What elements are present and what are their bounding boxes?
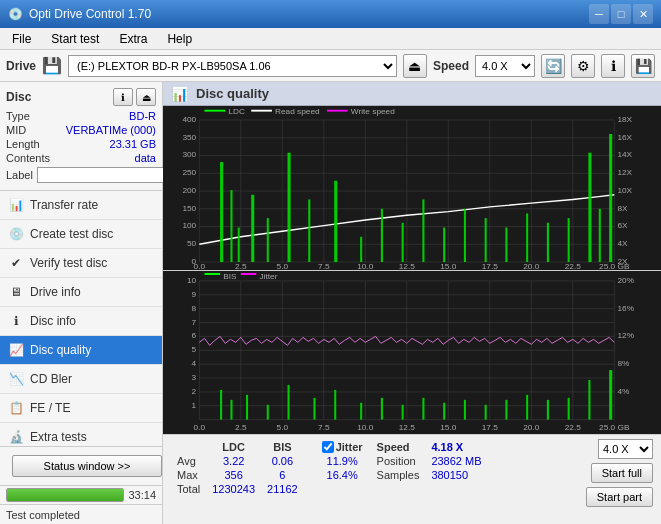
svg-text:7.5: 7.5: [318, 263, 330, 270]
sidebar-item-disc-quality[interactable]: 📈 Disc quality: [0, 336, 162, 365]
sidebar-item-cd-bler[interactable]: 📉 CD Bler: [0, 365, 162, 394]
close-button[interactable]: ✕: [633, 4, 653, 24]
svg-text:400: 400: [182, 115, 196, 124]
top-chart-container: 400 350 300 250 200 150 100 50 0 18X 16X…: [163, 106, 661, 270]
svg-text:Jitter: Jitter: [259, 272, 277, 281]
refresh-button[interactable]: 🔄: [541, 54, 565, 78]
menu-start-test[interactable]: Start test: [43, 30, 107, 48]
svg-text:22.5: 22.5: [565, 422, 582, 431]
svg-rect-126: [360, 402, 362, 419]
contents-value: data: [135, 152, 156, 164]
total-bis: 21162: [261, 482, 304, 496]
svg-text:9: 9: [192, 289, 197, 298]
nav-label-transfer-rate: Transfer rate: [30, 198, 98, 212]
total-ldc: 1230243: [206, 482, 261, 496]
svg-text:22.5: 22.5: [565, 263, 582, 270]
disc-info-btn[interactable]: ℹ: [113, 88, 133, 106]
position-value: 23862 MB: [431, 455, 481, 467]
nav-label-disc-info: Disc info: [30, 314, 76, 328]
svg-rect-135: [547, 399, 549, 419]
svg-text:250: 250: [182, 169, 196, 178]
type-label: Type: [6, 110, 30, 122]
svg-text:BIS: BIS: [223, 272, 237, 281]
sidebar-item-create-test-disc[interactable]: 💿 Create test disc: [0, 220, 162, 249]
svg-rect-122: [267, 404, 269, 419]
maximize-button[interactable]: □: [611, 4, 631, 24]
svg-rect-129: [422, 397, 424, 419]
svg-text:3: 3: [192, 373, 197, 382]
app-icon: 💿: [8, 7, 23, 21]
speed-select2[interactable]: 4.0 X: [598, 439, 653, 459]
avg-jitter: 11.9%: [316, 454, 369, 468]
disc-eject-btn[interactable]: ⏏: [136, 88, 156, 106]
svg-rect-128: [402, 404, 404, 419]
chart-area: 📊 Disc quality: [163, 82, 661, 524]
svg-rect-67: [485, 218, 487, 262]
status-text: Test completed: [6, 509, 80, 521]
sidebar: Disc ℹ ⏏ Type BD-R MID VERBATIMe (000) L…: [0, 82, 163, 524]
top-chart-panel: 400 350 300 250 200 150 100 50 0 18X 16X…: [163, 106, 661, 271]
svg-text:0.0: 0.0: [194, 263, 206, 270]
svg-text:16X: 16X: [617, 133, 633, 142]
chart-title: Disc quality: [196, 86, 269, 101]
svg-text:8%: 8%: [617, 359, 629, 368]
disc-section: Disc ℹ ⏏ Type BD-R MID VERBATIMe (000) L…: [0, 82, 162, 191]
speed-col-label: Speed: [377, 441, 410, 453]
start-full-button[interactable]: Start full: [591, 463, 653, 483]
disc-info-icon: ℹ: [8, 313, 24, 329]
eject-button[interactable]: ⏏: [403, 54, 427, 78]
start-part-button[interactable]: Start part: [586, 487, 653, 507]
title-bar-controls: ─ □ ✕: [589, 4, 653, 24]
svg-rect-56: [251, 195, 254, 262]
svg-rect-127: [381, 397, 383, 419]
svg-text:4: 4: [192, 359, 197, 368]
settings-button[interactable]: ⚙: [571, 54, 595, 78]
svg-text:12.5: 12.5: [399, 422, 416, 431]
svg-text:1: 1: [192, 400, 197, 409]
svg-rect-70: [547, 223, 549, 262]
mid-value: VERBATIMe (000): [66, 124, 156, 136]
svg-text:2.5: 2.5: [235, 263, 247, 270]
sidebar-item-fe-te[interactable]: 📋 FE / TE: [0, 394, 162, 423]
svg-text:10: 10: [187, 276, 197, 285]
svg-rect-81: [163, 271, 661, 435]
svg-text:18X: 18X: [617, 115, 633, 124]
svg-text:16%: 16%: [617, 303, 634, 312]
progress-bar: [6, 488, 124, 502]
type-value: BD-R: [129, 110, 156, 122]
bottom-chart-panel: 10 9 8 7 6 5 4 3 2 1 20% 16% 12%: [163, 271, 661, 435]
jitter-checkbox[interactable]: [322, 441, 334, 453]
stats-area: LDC BIS Jitter Speed 4.18 X: [163, 434, 661, 524]
length-label: Length: [6, 138, 40, 150]
chart-header: 📊 Disc quality: [163, 82, 661, 106]
minimize-button[interactable]: ─: [589, 4, 609, 24]
svg-rect-119: [220, 389, 222, 419]
menu-extra[interactable]: Extra: [111, 30, 155, 48]
total-label: Total: [171, 482, 206, 496]
menu-help[interactable]: Help: [159, 30, 200, 48]
verify-test-disc-icon: ✔: [8, 255, 24, 271]
max-jitter: 16.4%: [316, 468, 369, 482]
sidebar-item-extra-tests[interactable]: 🔬 Extra tests: [0, 423, 162, 446]
max-bis: 6: [261, 468, 304, 482]
jitter-checkbox-cell[interactable]: Jitter: [316, 439, 369, 454]
svg-text:6: 6: [192, 331, 197, 340]
info-button[interactable]: ℹ: [601, 54, 625, 78]
save-button[interactable]: 💾: [631, 54, 655, 78]
transfer-rate-icon: 📊: [8, 197, 24, 213]
nav-label-disc-quality: Disc quality: [30, 343, 91, 357]
main-content: Disc ℹ ⏏ Type BD-R MID VERBATIMe (000) L…: [0, 82, 661, 524]
sidebar-item-disc-info[interactable]: ℹ Disc info: [0, 307, 162, 336]
status-window-button[interactable]: Status window >>: [12, 455, 162, 477]
sidebar-item-transfer-rate[interactable]: 📊 Transfer rate: [0, 191, 162, 220]
menu-file[interactable]: File: [4, 30, 39, 48]
speed-select[interactable]: 4.0 X: [475, 55, 535, 77]
svg-rect-139: [205, 272, 221, 274]
svg-rect-69: [526, 213, 528, 262]
samples-label: Samples: [377, 469, 420, 481]
disc-label-input[interactable]: [37, 167, 170, 183]
sidebar-item-drive-info[interactable]: 🖥 Drive info: [0, 278, 162, 307]
drive-select[interactable]: (E:) PLEXTOR BD-R PX-LB950SA 1.06: [68, 55, 397, 77]
svg-rect-54: [230, 190, 232, 262]
sidebar-item-verify-test-disc[interactable]: ✔ Verify test disc: [0, 249, 162, 278]
